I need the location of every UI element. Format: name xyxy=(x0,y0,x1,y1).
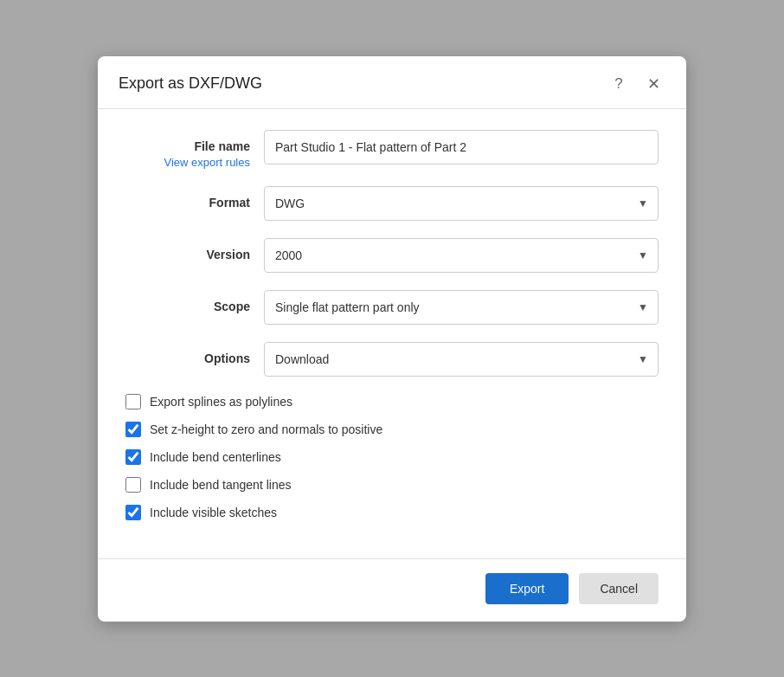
checkbox-row-set-z-height: Set z-height to zero and normals to posi… xyxy=(125,422,659,437)
view-export-rules-link[interactable]: View export rules xyxy=(125,156,250,169)
checkbox-row-bend-centerlines: Include bend centerlines xyxy=(125,449,659,465)
include-bend-tangent-label[interactable]: Include bend tangent lines xyxy=(150,478,291,492)
file-name-control xyxy=(264,130,659,164)
dialog-header-icons: ? ✕ xyxy=(607,72,665,96)
set-z-height-label[interactable]: Set z-height to zero and normals to posi… xyxy=(150,422,382,436)
export-button[interactable]: Export xyxy=(485,573,569,604)
close-button[interactable]: ✕ xyxy=(641,72,665,96)
version-control: R12 R14 2000 2004 2007 2010 2013 2018 ▼ xyxy=(264,238,659,273)
version-select[interactable]: R12 R14 2000 2004 2007 2010 2013 2018 xyxy=(264,238,659,273)
dialog-header: Export as DXF/DWG ? ✕ xyxy=(98,56,686,109)
dialog-footer: Export Cancel xyxy=(98,558,686,622)
format-row: Format DXF DWG ▼ xyxy=(125,186,659,221)
file-name-label: File name xyxy=(194,139,250,153)
scope-label: Scope xyxy=(214,300,250,313)
file-name-label-area: File name View export rules xyxy=(125,130,264,169)
dialog-title: Export as DXF/DWG xyxy=(119,74,262,93)
options-row: Options Download Save to workspace ▼ xyxy=(125,342,659,377)
format-select-wrapper: DXF DWG ▼ xyxy=(264,186,659,221)
include-bend-tangent-checkbox[interactable] xyxy=(125,477,141,493)
export-splines-checkbox[interactable] xyxy=(125,394,141,409)
format-label: Format xyxy=(209,196,250,210)
export-splines-label[interactable]: Export splines as polylines xyxy=(150,395,292,409)
checkboxes-section: Export splines as polylines Set z-height… xyxy=(125,394,659,520)
include-visible-sketches-checkbox[interactable] xyxy=(125,505,141,520)
file-name-input[interactable] xyxy=(264,130,659,164)
format-select[interactable]: DXF DWG xyxy=(264,186,659,221)
scope-row: Scope Single flat pattern part only All … xyxy=(125,290,659,325)
scope-control: Single flat pattern part only All parts … xyxy=(264,290,659,325)
checkbox-row-bend-tangent: Include bend tangent lines xyxy=(125,477,659,493)
help-icon: ? xyxy=(614,75,622,93)
options-select-wrapper: Download Save to workspace ▼ xyxy=(264,342,659,377)
include-bend-centerlines-label[interactable]: Include bend centerlines xyxy=(150,450,281,464)
format-label-area: Format xyxy=(125,186,264,210)
dialog-body: File name View export rules Format DXF D… xyxy=(98,109,686,558)
format-control: DXF DWG ▼ xyxy=(264,186,659,221)
version-row: Version R12 R14 2000 2004 2007 2010 2013… xyxy=(125,238,659,273)
version-select-wrapper: R12 R14 2000 2004 2007 2010 2013 2018 ▼ xyxy=(264,238,659,273)
scope-select[interactable]: Single flat pattern part only All parts … xyxy=(264,290,659,325)
cancel-button[interactable]: Cancel xyxy=(579,573,659,604)
scope-label-area: Scope xyxy=(125,290,264,314)
checkbox-row-export-splines: Export splines as polylines xyxy=(125,394,659,409)
version-label-area: Version xyxy=(125,238,264,262)
scope-select-wrapper: Single flat pattern part only All parts … xyxy=(264,290,659,325)
options-label: Options xyxy=(204,351,250,365)
include-bend-centerlines-checkbox[interactable] xyxy=(125,449,141,465)
options-control: Download Save to workspace ▼ xyxy=(264,342,659,377)
version-label: Version xyxy=(206,248,250,261)
dialog: Export as DXF/DWG ? ✕ File name View exp… xyxy=(98,56,686,622)
options-select[interactable]: Download Save to workspace xyxy=(264,342,659,377)
include-visible-sketches-label[interactable]: Include visible sketches xyxy=(150,506,277,519)
close-icon: ✕ xyxy=(647,74,660,93)
checkbox-row-visible-sketches: Include visible sketches xyxy=(125,505,659,520)
file-name-row: File name View export rules xyxy=(125,130,659,169)
options-label-area: Options xyxy=(125,342,264,366)
help-button[interactable]: ? xyxy=(607,72,631,96)
set-z-height-checkbox[interactable] xyxy=(125,422,141,437)
dialog-overlay: Export as DXF/DWG ? ✕ File name View exp… xyxy=(0,0,784,677)
